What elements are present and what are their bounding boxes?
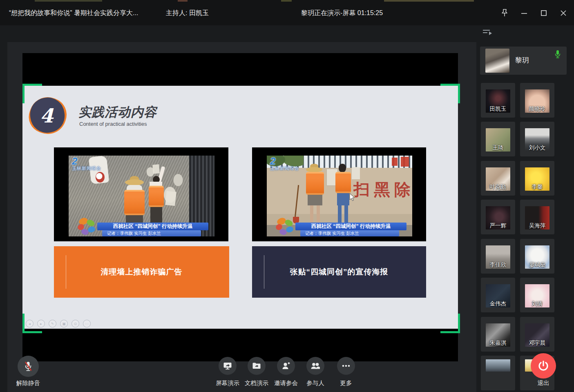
orange-vest <box>306 172 324 195</box>
participant-tile[interactable]: 李馨 <box>520 161 554 196</box>
participant-name: 吴海萍 <box>520 222 554 229</box>
desktop-edge-sliver <box>35 0 102 2</box>
more-button[interactable] <box>337 357 355 375</box>
divider <box>264 255 264 289</box>
host-label: 主持人: 田凯玉 <box>166 9 209 18</box>
channel-logo-icon: 2 <box>270 157 299 165</box>
capture-bracket-top-left <box>22 84 42 103</box>
participant-tile[interactable]: 颜晓玲 <box>520 83 554 118</box>
news-pinwheel-logo-icon <box>76 216 97 236</box>
unmute-button[interactable] <box>18 356 39 377</box>
mic-on-icon <box>554 50 561 59</box>
participant-name: 李佳欣 <box>481 261 515 269</box>
desktop-edge-sliver <box>384 0 474 2</box>
zoom-tool-icon: ⊙ <box>71 320 79 327</box>
head <box>339 164 346 172</box>
participant-name: 严一辉 <box>481 222 515 229</box>
doc-share-button[interactable] <box>248 357 266 375</box>
participant-name: 刘小文 <box>520 144 554 151</box>
mic-muted-icon <box>23 361 33 372</box>
collapse-panel-icon[interactable] <box>482 29 494 38</box>
participant-tile[interactable]: 刘小文 <box>520 122 554 156</box>
slide-overview-icon: ▣ <box>60 320 68 327</box>
shorts <box>308 195 322 205</box>
activity-label-text: 张贴“四城同创”的宣传海报 <box>290 267 389 277</box>
participant-tile[interactable]: 邓宇晨 <box>520 317 554 352</box>
participant-tile[interactable]: 叶克勤 <box>481 161 515 196</box>
maximize-icon[interactable] <box>537 7 551 19</box>
news-video-still-left: 2 玉林新闻综合 西就社区 “四城同创” 行动持续升温 记者：李伟旗 实习生 彭… <box>54 147 228 241</box>
exit-label: 退出 <box>521 379 566 387</box>
participants-button[interactable] <box>306 357 324 375</box>
news-caption: 西就社区 “四城同创” 行动持续升温 <box>97 223 208 230</box>
channel-watermark: 2 玉林新闻综合 <box>72 157 101 172</box>
activity-label-orange: 清理墙上推销诈骗广告 <box>54 246 229 298</box>
participant-name: 王琦 <box>481 144 515 151</box>
orange-vest <box>149 186 164 207</box>
participant-name: 朱嘉淇 <box>481 339 515 347</box>
slide-title: 实践活动内容 <box>78 104 157 121</box>
torn-poster <box>165 191 176 206</box>
invite-button[interactable] <box>277 357 295 375</box>
pin-icon[interactable] <box>498 7 511 19</box>
jeans-leg <box>338 205 342 223</box>
desktop-edge-sliver <box>281 0 292 2</box>
power-icon <box>537 360 549 372</box>
activity-label-navy: 张贴“四城同创”的宣传海报 <box>252 246 426 298</box>
more-icon <box>341 361 351 371</box>
red-banner <box>392 158 398 166</box>
presenter-name: 黎玥 <box>515 56 529 65</box>
participant-name: 田凯玉 <box>481 105 515 113</box>
capture-bracket-bottom-left <box>22 314 42 333</box>
presenter-card[interactable]: 黎玥 <box>480 47 567 75</box>
bag <box>96 172 105 183</box>
participant-tile[interactable]: 刘倩 <box>520 278 554 312</box>
meeting-window: “想把我的故事和你说” 暑期社会实践分享大... 主持人: 田凯玉 黎玥正在演示… <box>0 0 574 392</box>
news-video-still-right: 扫黑除恶 <box>252 147 426 241</box>
orange-vest <box>124 190 145 215</box>
capture-bracket-bottom-right <box>440 314 460 333</box>
news-caption: 西就社区 “四城同创” 行动持续升温 <box>295 223 406 230</box>
channel-watermark-text: 玉林新闻综合 <box>270 165 299 172</box>
channel-watermark-text: 玉林新闻综合 <box>72 165 101 172</box>
exit-button[interactable] <box>531 353 556 379</box>
straw-hat-brim <box>125 179 144 185</box>
participant-name: 刘倩 <box>520 300 554 307</box>
close-icon[interactable] <box>556 7 570 19</box>
red-banner <box>401 157 409 167</box>
participant-name: 廖斌燊 <box>520 261 554 269</box>
avatar <box>485 49 509 73</box>
participant-tile[interactable]: 严一辉 <box>481 200 515 234</box>
participant-tile[interactable]: 朱嘉淇 <box>481 317 515 352</box>
capture-bracket-top-right <box>440 84 460 103</box>
participant-name: 邓宇晨 <box>520 339 554 347</box>
shared-slide: 4 实践活动内容 Content of practical activities <box>22 86 458 329</box>
presenter-status: 黎玥正在演示-屏幕 01:15:25 <box>301 9 383 18</box>
torn-poster <box>152 164 160 174</box>
minimize-icon[interactable] <box>517 7 531 19</box>
avatar <box>486 359 510 372</box>
mouse-cursor-icon <box>349 193 355 201</box>
more-tools-icon: ⋯ <box>83 320 91 327</box>
desktop-edge-sliver <box>178 0 188 2</box>
pasted-poster <box>352 167 360 179</box>
participant-tile[interactable]: 吴海萍 <box>520 200 554 234</box>
participant-tile[interactable]: 金伟杰 <box>481 278 515 312</box>
divider <box>66 255 66 289</box>
invite-icon <box>281 361 291 371</box>
screen-share-button[interactable] <box>219 357 237 375</box>
title-bar: “想把我的故事和你说” 暑期社会实践分享大... 主持人: 田凯玉 黎玥正在演示… <box>0 0 574 25</box>
leg <box>310 205 313 223</box>
orange-vest <box>335 172 351 193</box>
participant-tile[interactable]: 王琦 <box>481 122 515 156</box>
video-frame: 2 玉林新闻综合 西就社区 “四城同创” 行动持续升温 记者：李伟旗 实习生 彭… <box>69 156 214 236</box>
news-pinwheel-logo-icon <box>274 216 295 236</box>
participant-tile[interactable]: 李佳欣 <box>481 239 515 274</box>
video-frame: 扫黑除恶 <box>267 156 412 236</box>
participant-tile[interactable]: 田凯玉 <box>481 83 515 118</box>
participant-tile[interactable] <box>481 356 515 390</box>
participant-tile[interactable]: 廖斌燊 <box>520 239 554 274</box>
broom-stick <box>295 185 299 218</box>
participant-name: 李馨 <box>520 183 554 191</box>
wall-slogan: 扫黑除恶 <box>353 178 412 201</box>
